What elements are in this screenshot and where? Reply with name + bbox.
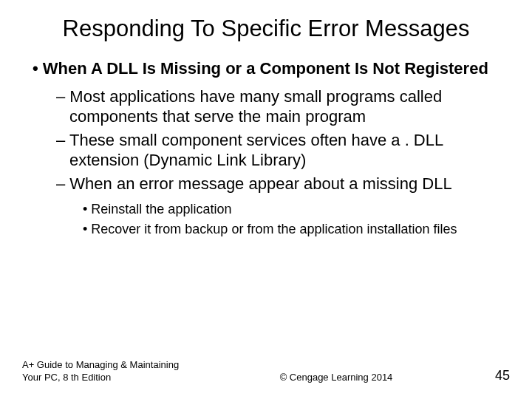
slide-title: Responding To Specific Error Messages [22,15,510,42]
bullet-l3: Reinstall the application [22,201,510,218]
bullet-l2: These small component services often hav… [22,130,510,171]
bullet-l2: Most applications have many small progra… [22,86,510,127]
footer-book-title: A+ Guide to Managing & Maintaining Your … [22,359,192,384]
slide: Responding To Specific Error Messages Wh… [0,0,532,399]
bullet-l1: When A DLL Is Missing or a Component Is … [22,58,510,79]
footer: A+ Guide to Managing & Maintaining Your … [22,359,510,384]
footer-page-number: 45 [480,367,510,384]
bullet-l3: Recover it from backup or from the appli… [22,221,510,238]
bullet-l2: When an error message appear about a mis… [22,174,510,194]
footer-copyright: © Cengage Learning 2014 [192,372,480,384]
